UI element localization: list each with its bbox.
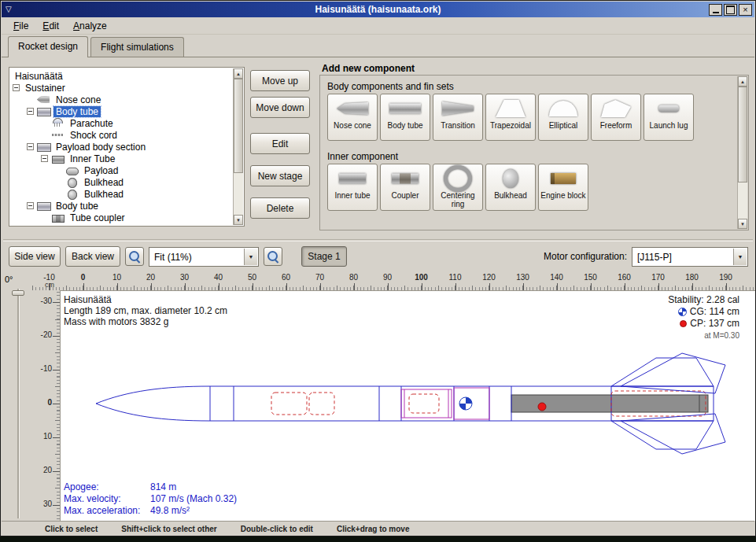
add-component-button[interactable]: Centering ring bbox=[433, 164, 483, 211]
scrollbar-thumb[interactable] bbox=[234, 79, 243, 173]
component-icon bbox=[51, 153, 65, 164]
menu-item[interactable]: Edit bbox=[37, 19, 65, 33]
move-up-button[interactable]: Move up bbox=[250, 70, 310, 91]
tree-item[interactable]: Bulkhead bbox=[10, 188, 233, 200]
flight-stat-label: Apogee: bbox=[64, 481, 150, 493]
edit-button[interactable]: Edit bbox=[250, 133, 310, 154]
tree-item[interactable]: Sustainer bbox=[10, 82, 233, 94]
tree-expander-icon[interactable] bbox=[41, 155, 48, 162]
tree-item[interactable]: Body tube bbox=[10, 105, 233, 117]
inner-component-group-label: Inner component bbox=[327, 151, 398, 162]
add-component-button[interactable]: Trapezoidal bbox=[485, 94, 536, 141]
tree-expander-icon[interactable] bbox=[27, 202, 34, 209]
ruler-label: 100 bbox=[404, 273, 438, 282]
component-type-icon bbox=[493, 167, 528, 190]
back-view-button[interactable]: Back view bbox=[65, 246, 120, 267]
component-type-label: Coupler bbox=[391, 191, 419, 200]
tree-item[interactable]: Haisunäätä bbox=[10, 70, 233, 82]
vertical-ruler-labels: -30-20-100102030 bbox=[36, 284, 52, 521]
flight-stat: Apogee: 814 m bbox=[64, 481, 237, 493]
scroll-down-icon[interactable]: ▼ bbox=[234, 215, 243, 225]
component-type-label: Transition bbox=[441, 121, 475, 130]
rocket-mass: Mass with motors 3832 g bbox=[64, 316, 227, 327]
add-component-button[interactable]: Elliptical bbox=[538, 94, 588, 141]
scroll-down-icon[interactable]: ▼ bbox=[738, 219, 747, 229]
palette-scrollbar[interactable]: ▲ ▼ bbox=[737, 76, 747, 229]
split-divider[interactable] bbox=[3, 239, 753, 242]
add-component-button[interactable]: Bulkhead bbox=[485, 164, 536, 211]
maximize-icon[interactable] bbox=[724, 4, 737, 16]
tree-item[interactable]: Nose cone bbox=[10, 94, 233, 105]
stage-1-toggle[interactable]: Stage 1 bbox=[301, 246, 347, 267]
tree-expander-icon[interactable] bbox=[13, 84, 20, 91]
zoom-out-button[interactable] bbox=[264, 247, 282, 266]
tree-item-label: Bulkhead bbox=[68, 224, 112, 226]
tree-item[interactable]: Shock cord bbox=[10, 129, 233, 141]
tree-expander-icon[interactable] bbox=[27, 108, 34, 115]
status-hint: Click+drag to move bbox=[337, 525, 410, 533]
cg-readout: CG: 114 cm bbox=[678, 306, 739, 317]
add-component-button[interactable]: Engine block bbox=[538, 164, 588, 211]
component-type-label: Bulkhead bbox=[494, 191, 527, 200]
flight-stat-label: Max. velocity: bbox=[64, 493, 150, 505]
new-stage-button[interactable]: New stage bbox=[250, 165, 310, 186]
zoom-out-icon bbox=[267, 251, 279, 263]
window-menu-icon[interactable]: ▽ bbox=[6, 6, 12, 13]
scroll-up-icon[interactable]: ▲ bbox=[738, 76, 747, 87]
cp-readout: CP: 137 cm bbox=[680, 318, 739, 329]
tree-item[interactable]: Payload body section bbox=[10, 141, 233, 153]
delete-button[interactable]: Delete bbox=[250, 197, 310, 219]
ruler-label: 30 bbox=[168, 273, 201, 282]
status-hint: Shift+click to select other bbox=[121, 525, 216, 533]
tree-item[interactable]: Inner Tube bbox=[10, 153, 233, 164]
scrollbar-thumb[interactable] bbox=[738, 87, 747, 183]
rotation-slider-handle[interactable] bbox=[12, 290, 24, 296]
rotation-angle-label: 0° bbox=[5, 275, 13, 284]
component-tree: Haisunäätä Sustainer Nose cone bbox=[10, 68, 233, 225]
move-down-button[interactable]: Move down bbox=[250, 97, 310, 118]
motor-configuration-select[interactable]: [J115-P] ▼ bbox=[632, 247, 748, 267]
menu-item[interactable]: Analyze bbox=[68, 19, 112, 33]
tree-item[interactable]: Bulkhead bbox=[10, 223, 233, 225]
tree-item[interactable]: Bulkhead bbox=[10, 176, 233, 188]
add-component-button[interactable]: Transition bbox=[433, 94, 483, 141]
rocket-dimensions: Length 189 cm, max. diameter 10.2 cm bbox=[64, 305, 227, 316]
add-component-button[interactable]: Nose cone bbox=[327, 94, 378, 141]
component-icon bbox=[51, 130, 65, 140]
add-component-button[interactable]: Body tube bbox=[380, 94, 430, 141]
tree-item[interactable]: Payload bbox=[10, 164, 233, 176]
inner-tube-outlines[interactable] bbox=[401, 388, 489, 419]
component-type-icon bbox=[651, 97, 686, 120]
component-tree-panel: Haisunäätä Sustainer Nose cone bbox=[9, 67, 245, 227]
dropdown-arrow-icon[interactable]: ▼ bbox=[733, 249, 747, 265]
tab[interactable]: Rocket design bbox=[8, 36, 88, 57]
component-type-icon bbox=[388, 97, 422, 120]
tree-item[interactable]: Tube coupler bbox=[10, 212, 233, 223]
scroll-up-icon[interactable]: ▲ bbox=[234, 68, 243, 79]
ruler-label: 120 bbox=[472, 273, 506, 282]
titlebar[interactable]: Haisunäätä (haisunaata.ork) ▽ × bbox=[2, 2, 754, 17]
zoom-select[interactable]: Fit (11%) ▼ bbox=[149, 247, 259, 267]
dropdown-arrow-icon[interactable]: ▼ bbox=[244, 249, 257, 265]
tree-scrollbar[interactable]: ▲ ▼ bbox=[233, 68, 243, 225]
tree-item[interactable]: Body tube bbox=[10, 200, 233, 212]
add-component-button[interactable]: Freeform bbox=[591, 94, 641, 141]
rotation-slider-track[interactable] bbox=[17, 289, 20, 518]
body-components-row: Nose cone Body tube Transition Trapezoid… bbox=[327, 94, 694, 141]
add-component-button[interactable]: Launch lug bbox=[644, 94, 694, 141]
tree-expander-icon[interactable] bbox=[27, 143, 34, 150]
component-icon bbox=[37, 94, 50, 105]
close-icon[interactable]: × bbox=[739, 4, 752, 16]
component-type-icon bbox=[441, 167, 475, 190]
figure-legend: Stability: 2.28 cal CG: 114 cm CP: 137 c… bbox=[668, 294, 739, 341]
tree-item[interactable]: Parachute bbox=[10, 117, 233, 129]
tab[interactable]: Flight simulations bbox=[90, 37, 184, 57]
add-component-button[interactable]: Inner tube bbox=[327, 164, 378, 211]
menu-item[interactable]: File bbox=[8, 19, 34, 33]
minimize-icon[interactable] bbox=[709, 4, 722, 16]
zoom-value: Fit (11%) bbox=[154, 252, 192, 263]
zoom-in-button[interactable] bbox=[125, 247, 144, 266]
ruler-label: 20 bbox=[134, 273, 168, 282]
add-component-button[interactable]: Coupler bbox=[380, 164, 430, 211]
side-view-button[interactable]: Side view bbox=[9, 246, 61, 267]
